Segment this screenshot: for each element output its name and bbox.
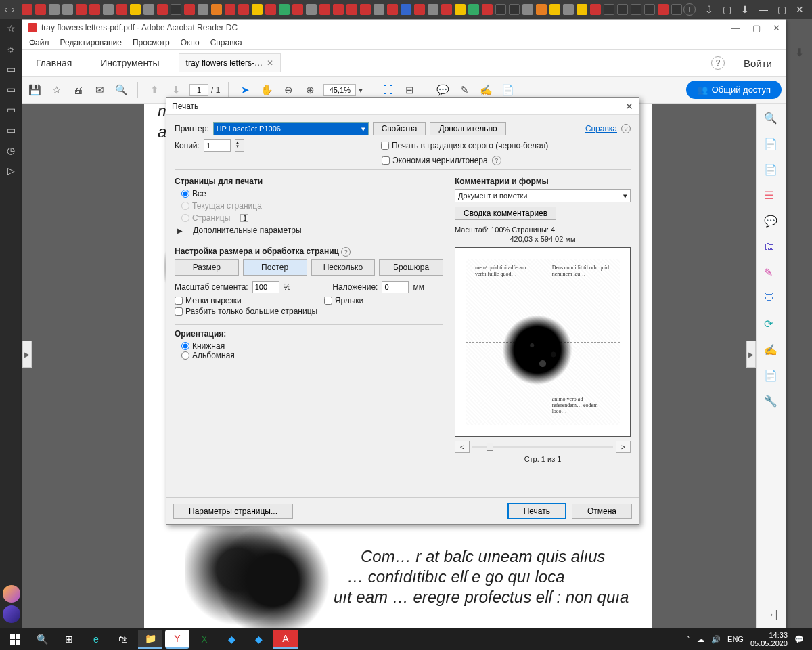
scale-input[interactable] [252, 281, 279, 293]
bookmark-icon[interactable] [279, 4, 290, 15]
compress-icon[interactable]: ⟳ [764, 318, 779, 332]
volume-icon[interactable]: 🔊 [711, 635, 721, 644]
bookmark-icon[interactable] [49, 4, 60, 15]
search-tool-icon[interactable]: 🔍 [764, 112, 779, 127]
split-big-checkbox[interactable] [175, 307, 183, 316]
sun-icon[interactable]: ☼ [7, 43, 16, 54]
bookmark-icon[interactable] [401, 4, 411, 15]
copies-spinner[interactable]: ▲▼ [235, 139, 244, 152]
size-button[interactable]: Размер [175, 259, 239, 276]
bookmark-icon[interactable] [319, 4, 330, 15]
clock-icon[interactable]: ◷ [7, 145, 15, 156]
maximize-icon[interactable]: ▢ [752, 23, 761, 33]
lightroom-icon[interactable]: ◆ [246, 630, 271, 649]
close-icon[interactable]: ✕ [773, 23, 780, 33]
cancel-button[interactable]: Отмена [572, 504, 632, 519]
notifications-icon[interactable]: 💬 [794, 635, 804, 644]
help-icon[interactable]: ? [492, 156, 501, 165]
browser-close-icon[interactable]: ✕ [796, 4, 804, 15]
bookmark-icon[interactable] [658, 4, 669, 15]
photoshop-icon[interactable]: ◆ [219, 630, 244, 649]
bookmark-icon[interactable] [631, 4, 641, 15]
nav-forward-icon[interactable]: › [10, 3, 16, 16]
bookmark-icon[interactable] [76, 4, 87, 15]
bookmark-icon[interactable] [644, 4, 655, 15]
dialog-close-icon[interactable]: ✕ [625, 101, 633, 112]
image-icon[interactable]: ▭ [7, 84, 16, 95]
zoom-out-icon[interactable]: ⊖ [280, 82, 296, 98]
tab-tools[interactable]: Инструменты [91, 52, 168, 74]
export-pdf-icon[interactable]: 📄 [764, 137, 779, 152]
fill-sign-icon[interactable]: ✍ [764, 343, 779, 358]
help-link[interactable]: Справка [585, 124, 617, 133]
page-setup-button[interactable]: Параметры страницы... [173, 504, 293, 519]
bookmark-icon[interactable] [360, 4, 371, 15]
tab-home[interactable]: Главная [26, 52, 81, 74]
slider-thumb[interactable] [487, 443, 493, 451]
bookmark-icon[interactable] [171, 4, 181, 15]
copies-input[interactable] [204, 139, 231, 152]
protect-icon[interactable]: 🛡 [764, 292, 779, 307]
bookmark-icon[interactable] [157, 4, 168, 15]
menu-help[interactable]: Справка [210, 38, 242, 47]
pages-all-radio[interactable] [181, 190, 189, 198]
bookmark-icon[interactable] [306, 4, 317, 15]
left-panel-toggle[interactable]: ▶ [22, 341, 32, 368]
comment-tool-icon[interactable]: 💬 [764, 215, 779, 230]
zoom-in-icon[interactable]: ⊕ [302, 82, 318, 98]
overlap-input[interactable] [382, 281, 409, 293]
bookmark-icon[interactable] [198, 4, 208, 15]
organize-icon[interactable]: ✎ [764, 266, 779, 281]
multiple-button[interactable]: Несколько [311, 259, 376, 276]
bookmark-icon[interactable] [238, 4, 249, 15]
bookmark-icon[interactable] [549, 4, 560, 15]
preview-prev-button[interactable]: < [455, 441, 470, 453]
poster-button[interactable]: Постер [243, 259, 307, 276]
bookmark-icon[interactable] [509, 4, 520, 15]
browser-minimize-icon[interactable]: — [759, 4, 768, 15]
help-icon[interactable]: ? [341, 247, 351, 257]
print-icon[interactable]: 🖨 [70, 82, 86, 98]
search-icon[interactable]: 🔍 [113, 82, 129, 98]
image-icon[interactable]: ▭ [7, 64, 16, 74]
bookmark-icon[interactable] [414, 4, 425, 15]
additional-params[interactable]: Дополнительные параметры [193, 225, 301, 235]
landscape-radio[interactable] [181, 351, 189, 360]
save-ink-checkbox[interactable] [382, 156, 390, 165]
zoom-dropdown-icon[interactable]: ▾ [359, 85, 363, 95]
stamp-icon[interactable]: 📄 [499, 82, 516, 98]
fit-width-icon[interactable]: ⛶ [380, 82, 396, 98]
edge-icon[interactable]: e [84, 630, 108, 649]
image-icon[interactable]: ▭ [7, 104, 16, 115]
bookmark-icon[interactable] [252, 4, 263, 15]
download-indicator-icon[interactable]: ⬇ [795, 46, 804, 59]
nav-back-icon[interactable]: ‹ [3, 3, 9, 16]
explorer-icon[interactable]: 📁 [138, 630, 162, 649]
bookmark-icon[interactable] [577, 4, 587, 15]
more-tools-icon[interactable]: 🔧 [764, 395, 779, 410]
right-panel-toggle[interactable]: ▶ [746, 341, 756, 368]
menu-view[interactable]: Просмотр [133, 38, 170, 47]
mail-icon[interactable]: ✉ [91, 82, 108, 98]
bookmark-icon[interactable] [225, 4, 235, 15]
assistant-icon[interactable] [3, 585, 20, 603]
collapse-right-icon[interactable]: →| [764, 609, 777, 621]
play-icon[interactable]: ▷ [7, 165, 15, 176]
assistant-icon[interactable] [3, 605, 20, 623]
bookmark-icon[interactable] [671, 4, 682, 15]
tab-close-icon[interactable]: ✕ [267, 58, 273, 68]
bookmark-icon[interactable] [590, 4, 601, 15]
cursor-icon[interactable]: ➤ [237, 82, 253, 98]
download-icon[interactable]: ⬇ [741, 4, 749, 15]
portrait-radio[interactable] [181, 342, 189, 350]
bookmark-icon[interactable] [292, 4, 303, 15]
search-icon[interactable]: 🔍 [30, 630, 54, 649]
bookmark-icon[interactable] [468, 4, 479, 15]
bookmark-icon[interactable] [563, 4, 574, 15]
bookmark-icon[interactable] [428, 4, 438, 15]
tray-up-icon[interactable]: ˄ [686, 635, 690, 644]
help-icon[interactable]: ? [621, 124, 631, 133]
comments-combo[interactable]: Документ и пометки ▾ [455, 189, 631, 202]
page-number-input[interactable] [189, 84, 208, 96]
bookmark-icon[interactable] [143, 4, 154, 15]
